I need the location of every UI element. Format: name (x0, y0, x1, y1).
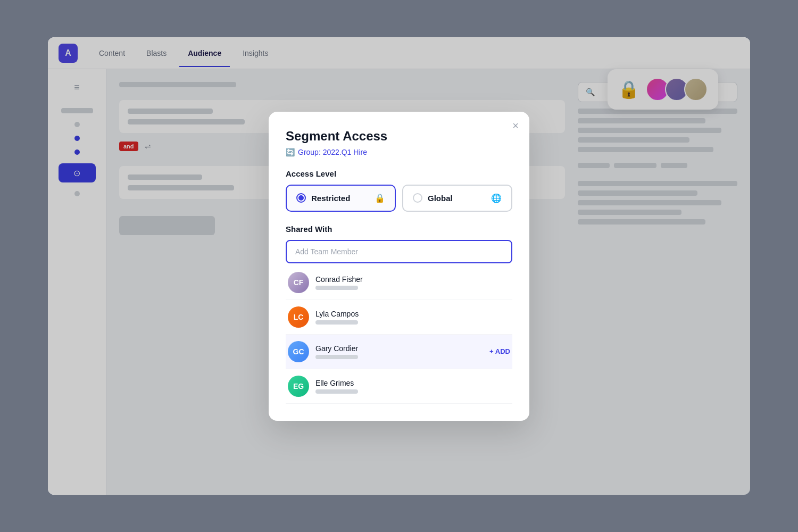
team-member-row[interactable]: LC Lyla Campos (286, 300, 512, 335)
globe-icon: 🌐 (491, 193, 502, 203)
segment-access-modal: × Segment Access 🔄 Group: 2022.Q1 Hire A… (269, 112, 529, 421)
add-button-gc[interactable]: + ADD (489, 347, 510, 355)
avatar-cf: CF (288, 272, 309, 293)
member-name-cf: Conrad Fisher (315, 275, 510, 284)
team-member-row[interactable]: EG Elle Grimes (286, 369, 512, 404)
modal-subtitle: 🔄 Group: 2022.Q1 Hire (286, 148, 512, 156)
access-level-label: Access Level (286, 169, 512, 178)
member-name-gc: Gary Cordier (315, 344, 483, 353)
avatar-lc: LC (288, 306, 309, 328)
add-member-input[interactable] (286, 240, 512, 263)
member-info-eg: Elle Grimes (315, 379, 510, 394)
avatar-eg: EG (288, 376, 309, 397)
member-name-lc: Lyla Campos (315, 310, 510, 318)
lock-icon: 🔒 (375, 193, 385, 203)
modal-subtitle-text: Group: 2022.Q1 Hire (298, 148, 367, 156)
team-member-row[interactable]: CF Conrad Fisher (286, 265, 512, 300)
access-option-restricted[interactable]: Restricted 🔒 (286, 185, 396, 212)
team-member-row[interactable]: GC Gary Cordier + ADD (286, 335, 512, 369)
modal-title: Segment Access (286, 129, 512, 144)
radio-inner-restricted (298, 195, 304, 201)
access-option-global[interactable]: Global 🌐 (402, 185, 512, 212)
member-info-gc: Gary Cordier (315, 344, 483, 359)
shared-with-label: Shared With (286, 225, 512, 234)
avatar-gc: GC (288, 341, 309, 362)
access-option-restricted-label: Restricted (311, 194, 350, 203)
access-option-global-label: Global (428, 194, 453, 203)
member-sub-cf (315, 286, 358, 290)
team-member-list: CF Conrad Fisher LC Lyla Campos (286, 265, 512, 404)
member-info-lc: Lyla Campos (315, 310, 510, 325)
app-window: A Content Blasts Audience Insights ≡ (48, 37, 750, 495)
member-sub-gc (315, 355, 358, 359)
close-button[interactable]: × (512, 120, 519, 131)
radio-restricted (296, 193, 306, 203)
member-info-cf: Conrad Fisher (315, 275, 510, 290)
radio-global (413, 193, 422, 203)
member-sub-lc (315, 320, 358, 325)
member-name-eg: Elle Grimes (315, 379, 510, 387)
modal-overlay: × Segment Access 🔄 Group: 2022.Q1 Hire A… (48, 37, 750, 495)
member-sub-eg (315, 389, 358, 394)
access-options: Restricted 🔒 Global 🌐 (286, 185, 512, 212)
refresh-icon: 🔄 (286, 148, 295, 156)
